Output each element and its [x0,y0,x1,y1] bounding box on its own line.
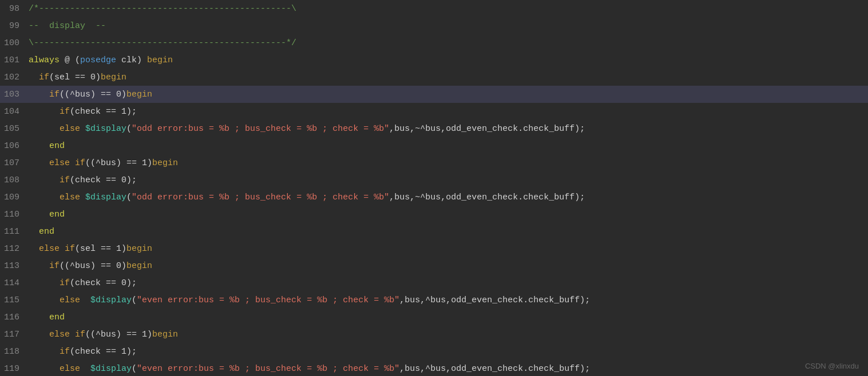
token-begin: begin [126,90,152,99]
line-content: else $display("odd error:bus = %b ; bus_… [29,124,868,134]
token-begin: begin [126,261,152,271]
table-row: 111 end [0,223,868,240]
token-comment: -- display -- [29,21,106,31]
token-string: "even error:bus = %b ; bus_check = %b ; … [137,295,399,305]
token-comment: \---------------------------------------… [29,38,296,48]
token-ctrl: if [60,278,70,288]
line-content: always @ (posedge clk) begin [29,55,868,65]
token-plain [29,347,60,357]
token-plain: clk) [116,55,147,65]
token-plain [29,313,49,322]
line-content: if(check == 0); [29,278,868,288]
token-keyword: always [29,55,60,65]
token-plain [29,141,49,151]
line-content: else if(sel == 1)begin [29,244,868,254]
token-ctrl: else if [39,244,75,254]
token-plain: ( [132,295,137,305]
token-plain [29,175,60,185]
line-number: 99 [0,21,29,31]
table-row: 116 end [0,309,868,326]
line-content: if((^bus) == 0)begin [29,261,868,271]
line-content: if((^bus) == 0)begin [29,90,868,99]
line-number: 106 [0,141,29,151]
token-plain: ((^bus) == 0) [60,261,126,271]
token-plain: ( [132,364,137,374]
line-content: end [29,227,868,237]
line-content: end [29,210,868,219]
line-number: 109 [0,193,29,202]
token-ctrl: if [60,347,70,357]
token-plain [29,124,60,134]
token-plain [29,227,39,237]
table-row: 100\------------------------------------… [0,34,868,51]
token-ctrl: if [49,90,60,99]
token-plain: ((^bus) == 1) [85,330,152,339]
token-plain [29,107,60,117]
line-content: if(check == 1); [29,347,868,357]
table-row: 102 if(sel == 0)begin [0,69,868,86]
line-content: -- display -- [29,21,868,31]
token-posedge: posedge [80,55,116,65]
token-end: end [49,141,65,151]
token-begin: begin [126,244,152,254]
token-string: "odd error:bus = %b ; bus_check = %b ; c… [132,193,389,202]
token-ctrl: if [60,107,70,117]
token-ctrl: else [60,193,80,202]
line-content: else if((^bus) == 1)begin [29,158,868,168]
token-plain: ( [126,124,132,134]
line-number: 118 [0,347,29,357]
token-plain: ,bus,~^bus,odd_even_check.check_buff); [389,124,585,134]
table-row: 104 if(check == 1); [0,103,868,120]
token-begin: begin [152,330,178,339]
table-row: 108 if(check == 0); [0,171,868,189]
line-content: end [29,141,868,151]
table-row: 118 if(check == 1); [0,343,868,360]
token-system: $display [85,124,126,134]
token-plain: (check == 1); [70,107,137,117]
token-plain [29,210,49,219]
line-content: end [29,313,868,322]
token-end: end [39,227,54,237]
token-plain: (sel == 1) [75,244,126,254]
token-system: $display [85,193,126,202]
token-ctrl: else [60,124,80,134]
token-plain [29,364,60,374]
line-content: if(sel == 0)begin [29,73,868,82]
line-number: 113 [0,261,29,271]
token-ctrl: if [60,175,70,185]
token-plain: @ ( [60,55,80,65]
token-plain [29,90,49,99]
table-row: 109 else $display("odd error:bus = %b ; … [0,189,868,206]
table-row: 113 if((^bus) == 0)begin [0,257,868,274]
line-number: 119 [0,364,29,374]
token-ctrl: else [60,364,80,374]
line-number: 117 [0,330,29,339]
token-system: $display [90,295,132,305]
token-plain: ,bus,^bus,odd_even_check.check_buff); [399,295,590,305]
line-number: 108 [0,175,29,185]
table-row: 107 else if((^bus) == 1)begin [0,154,868,171]
line-number: 116 [0,313,29,322]
line-number: 107 [0,158,29,168]
table-row: 98/*------------------------------------… [0,0,868,17]
code-editor: 98/*------------------------------------… [0,0,868,376]
token-plain [80,364,90,374]
table-row: 117 else if((^bus) == 1)begin [0,326,868,343]
table-row: 115 else $display("even error:bus = %b ;… [0,291,868,309]
token-ctrl: if [39,73,49,82]
token-plain [29,73,39,82]
line-content: else $display("even error:bus = %b ; bus… [29,364,868,374]
token-plain: ( [126,193,132,202]
line-number: 111 [0,227,29,237]
token-string: "odd error:bus = %b ; bus_check = %b ; c… [132,124,389,134]
table-row: 99-- display -- [0,17,868,34]
token-plain: ,bus,^bus,odd_even_check.check_buff); [399,364,590,374]
token-plain [29,193,60,202]
token-plain: ((^bus) == 1) [85,158,152,168]
table-row: 110 end [0,206,868,223]
watermark-text: CSDN @xlinxdu [805,362,859,370]
token-plain: ((^bus) == 0) [60,90,126,99]
token-string: "even error:bus = %b ; bus_check = %b ; … [137,364,399,374]
table-row: 106 end [0,137,868,154]
token-plain [29,158,49,168]
